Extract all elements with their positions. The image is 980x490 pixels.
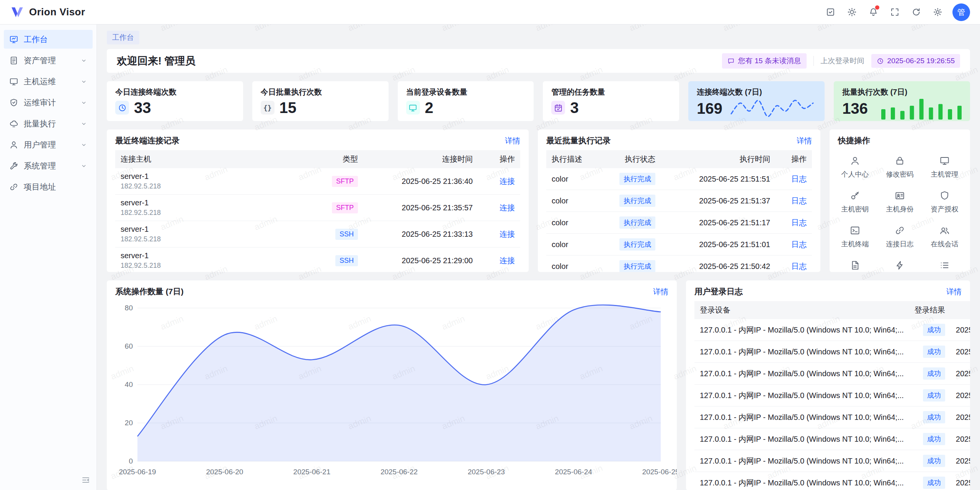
sidebar-collapse-button[interactable] (81, 475, 90, 485)
login-logs-more-link[interactable]: 详情 (946, 287, 962, 297)
table-row: server-1182.92.5.218 SFTP 2025-06-25 21:… (115, 195, 520, 221)
quick-action-2[interactable]: 主机管理 (922, 156, 967, 179)
quick-action-1[interactable]: 修改密码 (877, 156, 922, 179)
svg-text:60: 60 (125, 342, 133, 350)
chevron-down-icon (80, 99, 87, 106)
batch-records-more-link[interactable]: 详情 (797, 136, 812, 146)
brand: Orion Visor (10, 5, 85, 20)
svg-text:20: 20 (125, 419, 133, 427)
svg-text:2025-06-22: 2025-06-22 (381, 468, 418, 476)
top-bar: Orion Visor 管 (0, 0, 980, 25)
quick-action-9[interactable]: 文件操作日志 (833, 260, 877, 272)
svg-text:2025-06-24: 2025-06-24 (555, 468, 593, 476)
login-result-badge: 成功 (923, 411, 945, 423)
unread-messages-badge[interactable]: 您有 15 条未读消息 (722, 53, 807, 69)
quick-action-label: 在线会话 (931, 239, 959, 249)
quick-action-label: 连接日志 (886, 239, 914, 249)
quick-action-6[interactable]: 主机终端 (833, 225, 877, 249)
sidebar-item-2[interactable]: 主机运维 (4, 72, 93, 91)
exec-time: 2025-06-25 21:51:51 (661, 168, 776, 190)
last-login-time-badge: 2025-06-25 19:26:55 (871, 54, 960, 68)
gear-icon[interactable] (929, 3, 946, 21)
exec-time: 2025-06-25 21:51:17 (661, 212, 776, 234)
sidebar-item-0[interactable]: 工作台 (4, 30, 93, 49)
lightning-icon (895, 260, 905, 270)
check-square-icon[interactable] (822, 3, 839, 21)
sidebar-item-7[interactable]: 项目地址 (4, 177, 93, 196)
welcome-meta: 您有 15 条未读消息 上次登录时间 2025-06-25 19:26:55 (722, 53, 960, 69)
stat-card-1: 今日批量执行次数 {} 15 (252, 81, 389, 121)
connect-link[interactable]: 连接 (500, 203, 515, 212)
host-name: server-1 (121, 225, 304, 234)
log-link[interactable]: 日志 (791, 240, 807, 249)
log-link[interactable]: 日志 (791, 218, 807, 227)
operations-chart-more-link[interactable]: 详情 (653, 287, 668, 297)
monitor-icon (939, 156, 950, 166)
quick-action-11[interactable]: 执行日志 (922, 260, 967, 272)
connect-link[interactable]: 连接 (500, 230, 515, 238)
exec-description: color (546, 234, 596, 256)
table-row: server-1182.92.5.218 SSH 2025-06-25 21:2… (115, 247, 520, 272)
quick-action-10[interactable]: 命令执行 (877, 260, 922, 272)
quick-action-4[interactable]: 主机身份 (877, 190, 922, 214)
batch-icon (9, 119, 18, 128)
log-link[interactable]: 日志 (791, 262, 807, 270)
exec-time: 2025-06-25 21:50:42 (661, 256, 776, 272)
user-icon (9, 140, 18, 149)
log-link[interactable]: 日志 (791, 197, 807, 205)
breadcrumb-workbench[interactable]: 工作台 (107, 31, 139, 44)
stat-title: 管理的任务数量 (551, 87, 671, 97)
sidebar-item-6[interactable]: 系统管理 (4, 156, 93, 175)
topbar-actions: 管 (822, 3, 970, 21)
avatar[interactable]: 管 (952, 3, 970, 21)
stat-title: 今日连接终端次数 (115, 87, 235, 97)
sidebar-item-label: 批量执行 (24, 118, 75, 129)
login-time: 2025-03-22 01:01:31 (951, 450, 970, 472)
table-row: 127.0.0.1 - 内网IP - Mozilla/5.0 (Windows … (694, 406, 970, 428)
notification-dot (875, 5, 879, 10)
connect-time: 2025-06-25 21:33:13 (363, 221, 478, 247)
unread-messages-text: 您有 15 条未读消息 (738, 56, 801, 66)
svg-text:40: 40 (125, 380, 133, 388)
chevron-down-icon (80, 120, 87, 127)
fullscreen-icon[interactable] (886, 3, 903, 21)
connect-link[interactable]: 连接 (500, 256, 515, 265)
quick-action-8[interactable]: 在线会话 (922, 225, 967, 249)
protocol-tag: SFTP (332, 202, 358, 213)
audit-icon (9, 98, 18, 107)
calendar-icon (551, 101, 565, 115)
login-time: 2025-03-29 17:42:50 (951, 428, 970, 450)
sidebar-item-5[interactable]: 用户管理 (4, 135, 93, 154)
sidebar-item-3[interactable]: 运维审计 (4, 93, 93, 112)
login-device: 127.0.0.1 - 内网IP - Mozilla/5.0 (Windows … (694, 363, 909, 385)
sun-icon[interactable] (843, 3, 861, 21)
connect-link[interactable]: 连接 (500, 177, 515, 185)
svg-text:2025-06-19: 2025-06-19 (119, 468, 156, 476)
bell-icon[interactable] (864, 3, 882, 21)
stat-value: 3 (570, 100, 578, 115)
quick-action-0[interactable]: 个人中心 (833, 156, 877, 179)
sidebar-item-4[interactable]: 批量执行 (4, 114, 93, 133)
exec-description: color (546, 190, 596, 212)
link-icon (9, 182, 18, 192)
login-device: 127.0.0.1 - 内网IP - Mozilla/5.0 (Windows … (694, 428, 909, 450)
table-header-row: 登录设备 登录结果 登录时间 (694, 301, 970, 319)
quick-action-7[interactable]: 连接日志 (877, 225, 922, 249)
terminal-records-more-link[interactable]: 详情 (505, 136, 520, 146)
last-login-label: 上次登录时间 (821, 56, 864, 66)
log-link[interactable]: 日志 (791, 175, 807, 183)
exec-description: color (546, 212, 596, 234)
refresh-icon[interactable] (907, 3, 925, 21)
login-result-badge: 成功 (923, 389, 945, 402)
sidebar-item-label: 用户管理 (24, 139, 75, 150)
host-name: server-1 (121, 251, 304, 260)
host-ip: 182.92.5.218 (121, 262, 304, 270)
operations-area-chart: 0204060802025-06-192025-06-202025-06-212… (107, 301, 677, 480)
chevron-down-icon (80, 162, 87, 169)
sidebar-item-1[interactable]: 资产管理 (4, 51, 93, 70)
quick-action-5[interactable]: 资产授权 (922, 190, 967, 214)
quick-action-3[interactable]: 主机密钥 (833, 190, 877, 214)
users-icon (939, 225, 950, 236)
list-icon (939, 260, 950, 270)
login-time: 2025-06-25 19:26:55 (951, 319, 970, 341)
